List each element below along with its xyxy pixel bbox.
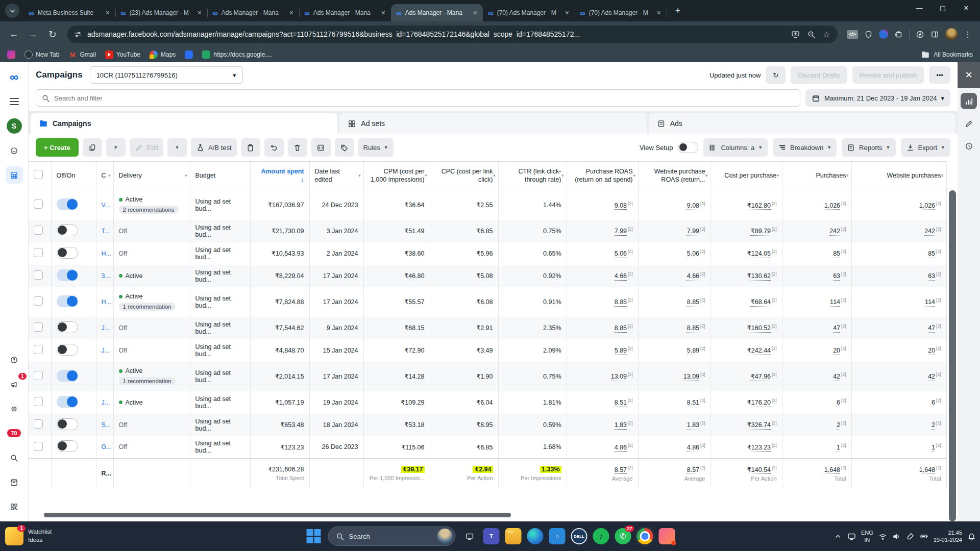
column-header-proas[interactable]: Purchase ROAS (return on ad spend) ▾ <box>567 162 638 190</box>
bookmark-item[interactable]: New Tab <box>24 51 59 59</box>
campaign-row[interactable]: H... Active 1 recommendation Using ad se… <box>29 287 946 317</box>
search-input[interactable] <box>54 94 795 102</box>
row-toggle[interactable] <box>51 190 96 220</box>
campaign-row[interactable]: 3... Active Using ad set bud... ₹8,229.0… <box>29 265 946 287</box>
bookmark-item[interactable]: YouTube <box>105 51 140 59</box>
search-icon[interactable] <box>6 449 23 466</box>
taskbar-app-teams[interactable]: T <box>483 528 500 544</box>
browser-tab[interactable]: ∞ Ads Manager - Mana × <box>299 4 391 21</box>
browser-tab[interactable]: ∞ (70) Ads Manager - M × <box>483 4 575 21</box>
bookmark-item[interactable] <box>7 51 15 59</box>
date-range-selector[interactable]: Maximum: 21 Dec 2023 - 19 Jan 2024 ▾ <box>805 89 950 107</box>
select-all-checkbox[interactable] <box>29 162 51 190</box>
campaign-row[interactable]: J... Off Using ad set bud... ₹7,544.62 9… <box>29 317 946 339</box>
taskbar-app-dell[interactable]: DELL <box>571 528 587 544</box>
row-toggle[interactable] <box>51 242 96 265</box>
menu-button[interactable] <box>6 93 23 110</box>
website-purchases-cell[interactable]: 1,026[2] <box>851 190 946 220</box>
row-toggle[interactable] <box>51 317 96 339</box>
browser-tab[interactable]: ∞ Meta Business Suite × <box>23 4 115 21</box>
taskbar-app-chrome[interactable] <box>637 528 653 544</box>
purchases-cell[interactable]: 47[2] <box>782 317 851 339</box>
row-toggle[interactable] <box>51 220 96 242</box>
browser-tab[interactable]: ∞ (70) Ads Manager - M × <box>575 4 667 21</box>
row-checkbox[interactable] <box>29 317 51 339</box>
cost-per-purchase-cell[interactable]: ₹47.96[2] <box>710 362 782 391</box>
bookmark-star-icon[interactable]: ☆ <box>822 29 831 40</box>
purchase-roas-cell[interactable]: 5.06[2] <box>567 242 638 265</box>
side-panel-icon[interactable] <box>930 30 939 39</box>
create-button[interactable]: + Create <box>36 138 79 157</box>
battery-icon[interactable] <box>920 532 928 541</box>
clipboard-button[interactable] <box>241 138 260 157</box>
taskbar-app-whatsapp[interactable]: ✆ 27 <box>615 528 631 544</box>
row-toggle[interactable] <box>51 391 96 414</box>
install-app-icon[interactable] <box>790 29 801 40</box>
column-header-cpc[interactable]: CPC (cost per link click) ▾ <box>430 162 498 190</box>
row-toggle[interactable] <box>51 414 96 436</box>
taskbar-app-store[interactable]: ⌂ <box>549 528 566 544</box>
campaign-name-link[interactable]: G... <box>102 443 112 450</box>
tag-button[interactable] <box>335 138 354 157</box>
export-dropdown[interactable]: Export▼ <box>901 138 951 157</box>
row-toggle[interactable] <box>51 287 96 317</box>
language-indicator[interactable]: ENG IN <box>861 529 873 544</box>
clock[interactable]: 21:45 19-01-2024 <box>934 529 962 544</box>
more-options-button[interactable]: ••• <box>929 66 950 84</box>
taskbar-search[interactable]: Search <box>328 527 456 546</box>
tab-close-icon[interactable]: × <box>655 9 663 17</box>
row-checkbox[interactable] <box>29 287 51 317</box>
purchases-cell[interactable]: 85[2] <box>782 242 851 265</box>
campaign-name-link[interactable]: T... <box>102 228 110 235</box>
purchases-cell[interactable]: 42[2] <box>782 362 851 391</box>
tab-search-button[interactable] <box>5 4 19 18</box>
purchase-roas-cell[interactable]: 8.85[2] <box>567 317 638 339</box>
website-purchases-cell[interactable]: 2[2] <box>851 414 946 436</box>
purchases-cell[interactable]: 2[2] <box>782 414 851 436</box>
website-roas-cell[interactable]: 4.86[2] <box>638 436 710 459</box>
website-purchases-cell[interactable]: 6[2] <box>851 391 946 414</box>
sync-button[interactable] <box>311 138 331 157</box>
browser-tab[interactable]: ∞ Ads Manager - Mana × <box>207 4 299 21</box>
website-purchases-cell[interactable]: 42[2] <box>851 362 946 391</box>
reports-dropdown[interactable]: Reports▼ <box>842 138 895 157</box>
cost-per-purchase-cell[interactable]: ₹242.44[2] <box>710 339 782 362</box>
website-roas-cell[interactable]: 7.99[2] <box>638 220 710 242</box>
campaign-name-link[interactable]: 3... <box>102 272 110 280</box>
close-window-button[interactable]: ✕ <box>954 0 978 15</box>
column-header-name[interactable]: C ▾ <box>96 162 113 190</box>
row-toggle[interactable] <box>51 436 96 459</box>
bookmark-item[interactable]: Maps <box>150 51 176 59</box>
tab-close-icon[interactable]: × <box>104 9 111 17</box>
campaign-row[interactable]: V... Active 2 recommendations Using ad s… <box>29 190 946 220</box>
campaign-name-link[interactable]: V... <box>102 202 111 209</box>
website-purchases-cell[interactable]: 242[2] <box>851 220 946 242</box>
tab-close-icon[interactable]: × <box>196 9 203 17</box>
purchase-roas-cell[interactable]: 13.09[2] <box>567 362 638 391</box>
account-avatar[interactable]: S <box>6 117 23 135</box>
row-checkbox[interactable] <box>29 220 51 242</box>
tray-display-icon[interactable] <box>847 532 856 541</box>
campaigns-grid-icon[interactable] <box>6 166 23 184</box>
edit-panel-button[interactable] <box>961 115 977 132</box>
horizontal-scrollbar[interactable] <box>44 513 511 517</box>
browser-tab[interactable]: ∞ (23) Ads Manager - M × <box>115 4 207 21</box>
purchases-cell[interactable]: 1,026[2] <box>782 190 851 220</box>
taskbar-app-photos[interactable] <box>659 528 675 544</box>
insights-grid-icon[interactable] <box>6 498 23 515</box>
tab-close-icon[interactable]: × <box>288 9 295 17</box>
review-publish-button[interactable]: Review and publish <box>852 66 924 84</box>
notification-bell-icon[interactable] <box>967 532 976 541</box>
view-setup-toggle[interactable] <box>678 142 698 153</box>
charts-panel-button[interactable] <box>961 93 977 109</box>
purchases-cell[interactable]: 20[2] <box>782 339 851 362</box>
battery-saver-icon[interactable] <box>916 30 924 39</box>
notifications-badge[interactable]: 70 <box>6 424 23 442</box>
row-checkbox[interactable] <box>29 414 51 436</box>
website-roas-cell[interactable]: 4.66[2] <box>638 265 710 287</box>
zoom-out-icon[interactable] <box>806 29 817 40</box>
column-header-cpp[interactable]: Cost per purchase ▾ <box>710 162 782 190</box>
cost-per-purchase-cell[interactable]: ₹176.20[2] <box>710 391 782 414</box>
campaign-row[interactable]: H... Off Using ad set bud... ₹10,543.93 … <box>29 242 946 265</box>
row-checkbox[interactable] <box>29 362 51 391</box>
